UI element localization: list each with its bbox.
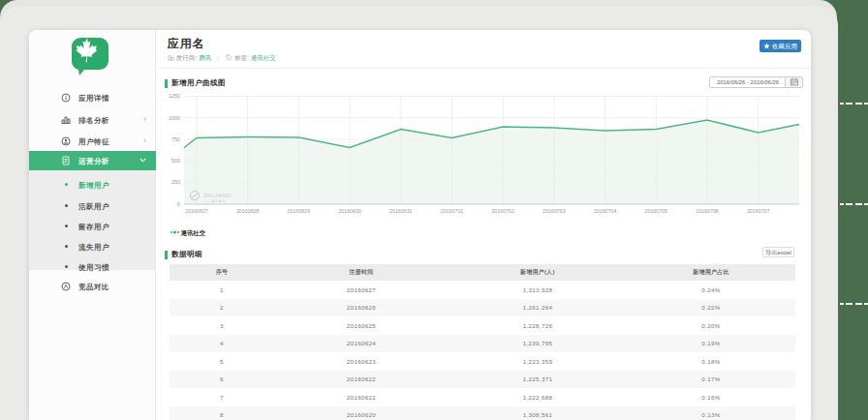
svg-text:20160631: 20160631	[389, 208, 413, 214]
svg-text:20160701: 20160701	[441, 208, 464, 214]
svg-text:20160707: 20160707	[747, 208, 770, 214]
svg-text:20160706: 20160706	[696, 208, 719, 214]
svg-text:20160630: 20160630	[338, 208, 361, 214]
svg-text:750: 750	[171, 136, 180, 142]
svg-text:—— 极光数据: —— 极光数据	[204, 199, 226, 203]
svg-text:250: 250	[171, 179, 180, 185]
svg-text:20160629: 20160629	[288, 208, 311, 214]
svg-text:20160703: 20160703	[542, 208, 566, 214]
svg-text:20160704: 20160704	[594, 208, 617, 214]
svg-text:20160628: 20160628	[236, 208, 260, 214]
svg-text:20160705: 20160705	[645, 208, 668, 214]
svg-text:0: 0	[177, 201, 180, 207]
svg-text:1000: 1000	[169, 115, 180, 121]
svg-text:20160627: 20160627	[185, 208, 208, 214]
svg-text:20160702: 20160702	[491, 208, 514, 214]
svg-text:1250: 1250	[169, 93, 180, 99]
svg-text:500: 500	[171, 158, 180, 164]
svg-text:JIGUANG: JIGUANG	[203, 193, 232, 198]
